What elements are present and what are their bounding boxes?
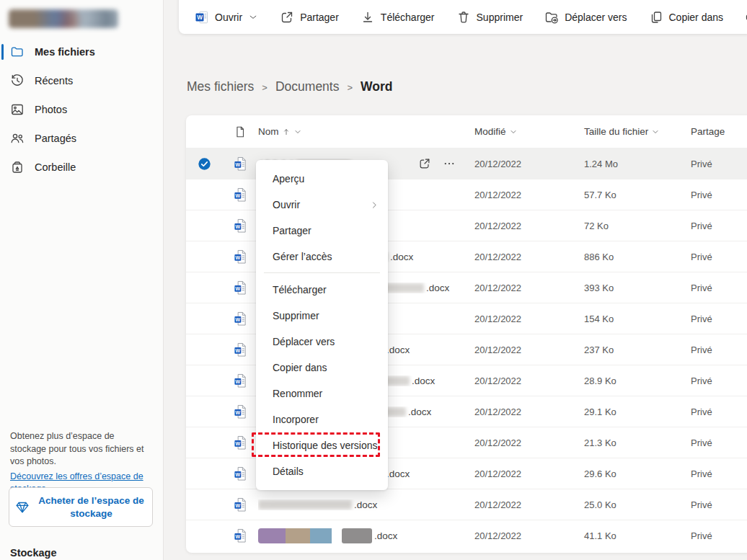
storage-promo-text: Obtenez plus d’espace de stockage pour t… (10, 430, 153, 468)
context-menu-item-label: Gérer l’accès (273, 251, 332, 262)
buy-storage-label: Acheter de l’espace de stockage (36, 494, 146, 520)
context-menu-item-label: Copier dans (273, 362, 327, 373)
share-status: Privé (691, 499, 747, 510)
sidebar-item-icon (10, 74, 25, 88)
share-status: Privé (691, 283, 747, 293)
share-status: Privé (691, 345, 747, 355)
sidebar-item-label: Récents (35, 75, 73, 86)
size-column-label: Taille du fichier (584, 126, 648, 137)
context-menu-item[interactable]: Télécharger (256, 277, 388, 303)
context-menu-item[interactable]: Gérer l’accès (256, 244, 388, 270)
more-options-icon[interactable] (443, 157, 456, 170)
file-row[interactable]: W .docx 20/12/2022 25.0 Ko Privé (186, 489, 747, 520)
share-status: Privé (691, 437, 747, 448)
chevron-down-icon (248, 12, 258, 22)
modified-date: 20/12/2022 (474, 314, 584, 324)
word-file-icon: W (234, 466, 247, 481)
sort-by-name[interactable]: Nom (258, 126, 302, 137)
context-menu-item[interactable]: Renommer (256, 381, 388, 406)
toolbar-button[interactable]: Partager (273, 6, 346, 29)
sidebar-item[interactable]: Partagés (0, 124, 163, 153)
storage-heading: Stockage (10, 547, 56, 559)
svg-text:W: W (235, 440, 240, 445)
modified-column-label: Modifié (474, 126, 506, 137)
share-status: Privé (691, 159, 747, 169)
svg-text:W: W (235, 285, 240, 290)
svg-text:W: W (235, 378, 240, 383)
context-menu-item[interactable]: Détails (256, 458, 388, 484)
file-extension: .docx (390, 252, 413, 262)
sort-by-modified[interactable]: Modifié (474, 126, 584, 137)
file-size: 28.9 Ko (584, 375, 691, 386)
share-status: Privé (691, 221, 747, 231)
share-icon[interactable] (418, 157, 431, 170)
breadcrumb-my-files[interactable]: Mes fichiers (187, 79, 254, 94)
word-file-icon: W (234, 497, 247, 512)
sidebar-item-icon (10, 102, 25, 117)
context-menu-item[interactable]: Ouvrir (256, 192, 388, 218)
toolbar-button-label: Copier dans (669, 12, 724, 23)
diamond-icon (15, 500, 30, 515)
toolbar-button[interactable]: Supprimer (449, 6, 531, 29)
sort-by-size[interactable]: Taille du fichier (584, 126, 691, 137)
modified-date: 20/12/2022 (474, 159, 584, 169)
modified-date: 20/12/2022 (474, 530, 584, 541)
sidebar-item[interactable]: Récents (0, 66, 163, 95)
breadcrumb-documents[interactable]: Documents (275, 79, 340, 94)
word-file-icon: W (234, 404, 247, 419)
modified-date: 20/12/2022 (474, 283, 584, 293)
file-extension: .docx (386, 345, 410, 355)
word-file-icon: W (234, 187, 247, 203)
sidebar-item-icon (10, 160, 25, 174)
toolbar-button[interactable]: Déplacer vers (537, 6, 634, 29)
selected-check-icon[interactable] (198, 157, 211, 171)
file-size: 1.24 Mo (584, 159, 691, 169)
share-status: Privé (691, 530, 747, 541)
sidebar-item-label: Mes fichiers (35, 46, 95, 58)
sidebar-item[interactable]: Photos (0, 95, 163, 124)
toolbar-button[interactable]: W Ouvrir (187, 6, 265, 29)
file-size: 41.1 Ko (584, 530, 691, 541)
toolbar-button-icon (361, 10, 375, 25)
context-menu-item-label: Aperçu (273, 173, 304, 185)
context-menu-item[interactable]: Partager (256, 218, 388, 244)
share-status: Privé (691, 468, 747, 479)
context-menu-item-label: Déplacer vers (273, 336, 335, 347)
context-menu-item[interactable]: Déplacer vers (256, 329, 388, 355)
modified-date: 20/12/2022 (474, 252, 584, 262)
file-size: 57.7 Ko (584, 190, 691, 200)
context-menu-item[interactable]: Incorporer (256, 406, 388, 432)
context-menu-item-label: Incorporer (273, 414, 319, 425)
file-extension: .docx (386, 468, 410, 479)
name-column-label: Nom (258, 126, 279, 137)
context-menu: Aperçu Ouvrir Partager Gérer l’accès Tél… (256, 160, 388, 490)
svg-text:W: W (235, 254, 240, 259)
word-file-icon: W (234, 280, 247, 295)
row-actions (418, 148, 456, 179)
chevron-down-icon (651, 128, 660, 136)
sidebar-item-label: Corbeille (35, 161, 76, 173)
toolbar-button[interactable]: Renommer (738, 6, 747, 29)
context-menu-item[interactable]: Historique des versions (256, 432, 388, 458)
modified-date: 20/12/2022 (474, 345, 584, 355)
context-menu-item[interactable]: Aperçu (256, 166, 388, 192)
file-size: 154 Ko (584, 314, 691, 324)
buy-storage-button[interactable]: Acheter de l’espace de stockage (9, 487, 153, 527)
file-row[interactable]: W .docx 20/12/2022 41.1 Ko Privé (186, 520, 747, 551)
toolbar-button[interactable]: Télécharger (353, 6, 442, 29)
file-size: 237 Ko (584, 345, 691, 355)
share-status: Privé (691, 314, 747, 324)
share-column[interactable]: Partage (691, 126, 747, 137)
word-file-icon: W (234, 342, 247, 357)
toolbar-button[interactable]: Copier dans (642, 6, 731, 29)
sidebar-item[interactable]: Corbeille (0, 153, 163, 182)
sidebar-item-icon (10, 131, 25, 146)
sidebar-item-label: Photos (35, 104, 67, 115)
sidebar-item[interactable]: Mes fichiers (0, 37, 163, 66)
file-extension: .docx (426, 283, 449, 293)
context-menu-item-label: Ouvrir (273, 199, 300, 210)
context-menu-item[interactable]: Copier dans (256, 355, 388, 381)
context-menu-item[interactable]: Supprimer (256, 303, 388, 329)
word-file-icon: W (234, 249, 247, 265)
redacted-file-name (258, 500, 352, 510)
